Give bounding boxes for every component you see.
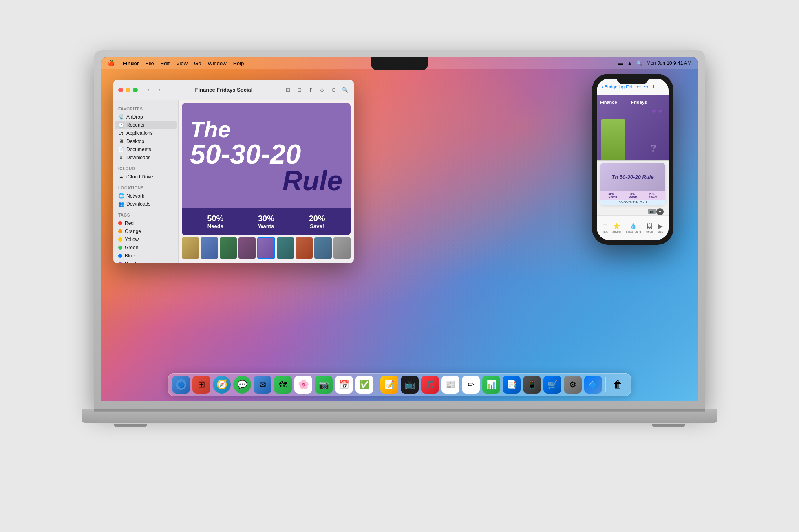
- dock-icon-messages[interactable]: 💬: [233, 376, 251, 394]
- dock-icon-news[interactable]: 📰: [441, 376, 459, 394]
- sidebar-item-tag-red[interactable]: Red: [113, 219, 178, 227]
- media-tool-label: Media: [646, 230, 653, 233]
- share-icon[interactable]: ⬆: [307, 86, 315, 94]
- rule-numbers: 50-30-20: [190, 141, 301, 167]
- add-card-button[interactable]: +: [656, 208, 664, 215]
- iphone-bottom-toolbar: T Text ⭐ Sticker 💧 Background: [597, 215, 669, 240]
- tag-icon[interactable]: ◇: [318, 86, 326, 94]
- thumbnail-6[interactable]: [277, 237, 294, 259]
- network-label: Network: [126, 193, 144, 199]
- finder-thumbnails: [182, 237, 351, 260]
- sidebar-item-airdrop[interactable]: 📡 AirDrop: [113, 113, 178, 121]
- iphone-tool-text[interactable]: T Text: [603, 223, 608, 233]
- dock-icon-finder[interactable]: 🔵: [172, 376, 190, 394]
- thumbnail-3[interactable]: [220, 237, 237, 259]
- maximize-button[interactable]: [133, 88, 138, 92]
- sidebar-item-shared[interactable]: 👥 Downloads: [113, 200, 178, 208]
- dock-icon-reminders[interactable]: ✅: [355, 376, 373, 394]
- traffic-lights: [118, 88, 138, 92]
- iphone-tool-sticker[interactable]: ⭐ Sticker: [612, 223, 621, 233]
- stat-needs-label: Needs: [207, 223, 223, 229]
- thumbnail-9[interactable]: [333, 237, 351, 259]
- dock-icon-finder-2[interactable]: 🔷: [584, 376, 602, 394]
- iphone-back-button[interactable]: ‹ Budgeting Edit: [602, 84, 633, 89]
- iphone-tool-background[interactable]: 💧 Background: [626, 223, 641, 233]
- dock-icon-mail[interactable]: ✉: [254, 376, 271, 394]
- minimize-button[interactable]: [126, 88, 130, 92]
- sidebar-item-tag-green[interactable]: Green: [113, 244, 178, 252]
- forward-button[interactable]: ›: [156, 86, 164, 94]
- dock-icon-trash[interactable]: 🗑: [609, 376, 627, 394]
- stat-wants: 30% Wants: [258, 214, 274, 229]
- dock-icon-numbers[interactable]: 📊: [482, 376, 500, 394]
- locations-label: Locations: [113, 184, 178, 192]
- finance-card-bottom: 50% Needs 30% Wants 20%: [182, 208, 351, 235]
- iphone-tool-media[interactable]: 🖼 Media: [646, 223, 653, 233]
- iphone-stat2: 30%Wants: [629, 193, 638, 198]
- sidebar-item-applications[interactable]: 🗂 Applications: [113, 129, 178, 137]
- sidebar-item-tag-yellow[interactable]: Yellow: [113, 235, 178, 244]
- share-icon[interactable]: ⬆: [651, 84, 656, 90]
- redo-icon[interactable]: ↪: [644, 84, 648, 90]
- background-tool-label: Background: [626, 230, 641, 233]
- iphone-tool-more[interactable]: ▶ Stic: [658, 223, 663, 233]
- shared-label: Downloads: [126, 201, 150, 207]
- undo-icon[interactable]: ↩: [637, 84, 641, 90]
- dock-icon-safari[interactable]: 🧭: [213, 376, 231, 394]
- finder-search-icon[interactable]: 🔍: [341, 86, 349, 94]
- apple-logo-icon[interactable]: 🍎: [108, 60, 115, 66]
- thumbnail-5[interactable]: [257, 237, 275, 259]
- sidebar-item-recents[interactable]: 🕐 Recents: [115, 121, 177, 129]
- sidebar-item-tag-orange[interactable]: Orange: [113, 227, 178, 235]
- thumbnail-8[interactable]: [314, 237, 331, 259]
- stat-save: 20% Save!: [309, 214, 325, 229]
- dock-icon-calendar[interactable]: 📅: [335, 376, 353, 394]
- thumbnail-7[interactable]: [296, 237, 313, 259]
- dock-icon-notes[interactable]: 📝: [380, 376, 398, 394]
- camera-icon[interactable]: 📷: [648, 209, 656, 214]
- menu-file[interactable]: File: [146, 60, 154, 66]
- finder-body: Favorites 📡 AirDrop 🕐 Recents: [113, 100, 354, 263]
- airdrop-icon: 📡: [118, 114, 124, 120]
- search-icon[interactable]: 🔍: [636, 60, 642, 66]
- iphone-second-card[interactable]: Th 50-30-20 Rule 50%Needs 30%Wants 20%Sa…: [600, 163, 665, 205]
- dock-icon-music[interactable]: 🎵: [421, 376, 439, 394]
- sidebar-item-icloud-drive[interactable]: ☁ iCloud Drive: [113, 173, 178, 181]
- thumbnail-1[interactable]: [182, 237, 199, 259]
- sidebar-item-tag-blue[interactable]: Blue: [113, 252, 178, 260]
- grid-view-icon[interactable]: ⊟: [295, 86, 303, 94]
- menu-window[interactable]: Window: [207, 60, 226, 66]
- shared-icon: 👥: [118, 201, 124, 207]
- dock-icon-tv[interactable]: 📺: [401, 376, 419, 394]
- iphone-finance-main-card: Finance Fridays ♥ ♥ ?: [597, 95, 669, 160]
- dock-icon-launchpad[interactable]: ⊞: [192, 376, 210, 394]
- thumbnail-2[interactable]: [201, 237, 218, 259]
- sidebar-item-tag-purple[interactable]: Purple: [113, 260, 178, 263]
- dock-icon-system-preferences[interactable]: ⚙: [564, 376, 582, 394]
- sidebar-item-network[interactable]: 🌐 Network: [113, 192, 178, 200]
- menu-finder[interactable]: Finder: [123, 60, 139, 66]
- menu-bar-left: 🍎 Finder File Edit View Go Window Help: [108, 60, 244, 66]
- dock-icon-keynote[interactable]: 📑: [503, 376, 521, 394]
- sidebar-item-documents[interactable]: 📄 Documents: [113, 145, 178, 154]
- sidebar-item-desktop[interactable]: 🖥 Desktop: [113, 137, 178, 145]
- dock-icon-app-store[interactable]: 🛒: [543, 376, 561, 394]
- iphone-card-label: 50-30-20 Title Card: [600, 200, 665, 205]
- view-toggle-icon[interactable]: ⊞: [284, 86, 292, 94]
- back-button[interactable]: ‹: [144, 86, 152, 94]
- thumbnail-4[interactable]: [238, 237, 256, 259]
- finance-card-main: The 50-30-20 Rule: [182, 103, 351, 208]
- menu-view[interactable]: View: [176, 60, 188, 66]
- dock-icon-freeform[interactable]: ✏: [462, 376, 480, 394]
- sidebar-item-downloads[interactable]: ⬇ Downloads: [113, 154, 178, 162]
- menu-go[interactable]: Go: [194, 60, 201, 66]
- more-icon[interactable]: ⊙: [329, 86, 338, 94]
- dock-icon-facetime[interactable]: 📷: [315, 376, 333, 394]
- dock-icon-iphone-mirroring[interactable]: 📱: [523, 376, 541, 394]
- dock-icon-maps[interactable]: 🗺: [274, 376, 292, 394]
- more-tool-label: Stic: [658, 230, 663, 233]
- menu-help[interactable]: Help: [233, 60, 244, 66]
- dock-icon-photos[interactable]: 🌸: [294, 376, 312, 394]
- close-button[interactable]: [118, 88, 123, 92]
- menu-edit[interactable]: Edit: [161, 60, 170, 66]
